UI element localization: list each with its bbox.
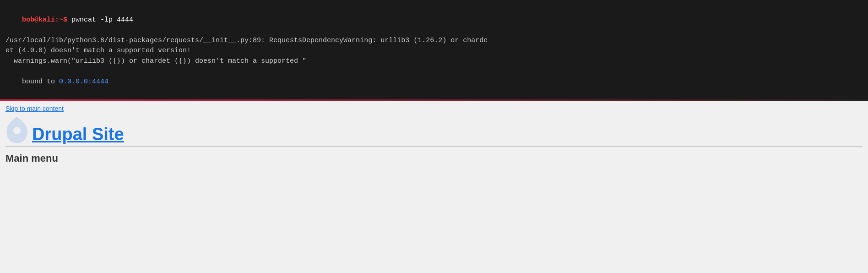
site-title-underline bbox=[5, 146, 863, 147]
terminal-line-2: et (4.0.0) doesn't match a supported ver… bbox=[5, 46, 863, 56]
prompt-command: pwncat -lp 4444 bbox=[67, 16, 133, 24]
drupal-logo-area: Drupal Site bbox=[5, 117, 863, 144]
prompt-user: bob@kali:~$ bbox=[22, 16, 67, 24]
terminal-prompt-line: bob@kali:~$ pwncat -lp 4444 bbox=[5, 5, 863, 36]
drupal-site-title[interactable]: Drupal Site bbox=[32, 125, 124, 144]
svg-point-0 bbox=[13, 127, 21, 134]
terminal-section: bob@kali:~$ pwncat -lp 4444 /usr/local/l… bbox=[0, 0, 868, 98]
terminal-bound-line: bound to 0.0.0.0:4444 bbox=[5, 66, 863, 98]
drupal-logo-icon bbox=[5, 117, 28, 144]
main-menu-label: Main menu bbox=[5, 153, 863, 164]
terminal-line-3: warnings.warn("urllib3 ({}) or chardet (… bbox=[5, 56, 863, 67]
bound-address: 0.0.0.0:4444 bbox=[59, 78, 108, 86]
bound-prefix: bound to bbox=[22, 78, 59, 86]
terminal-line-1: /usr/local/lib/python3.8/dist-packages/r… bbox=[5, 36, 863, 46]
skip-to-main-content-link[interactable]: Skip to main content bbox=[5, 105, 863, 112]
browser-section: Skip to main content Drupal Site Main me… bbox=[0, 101, 868, 273]
